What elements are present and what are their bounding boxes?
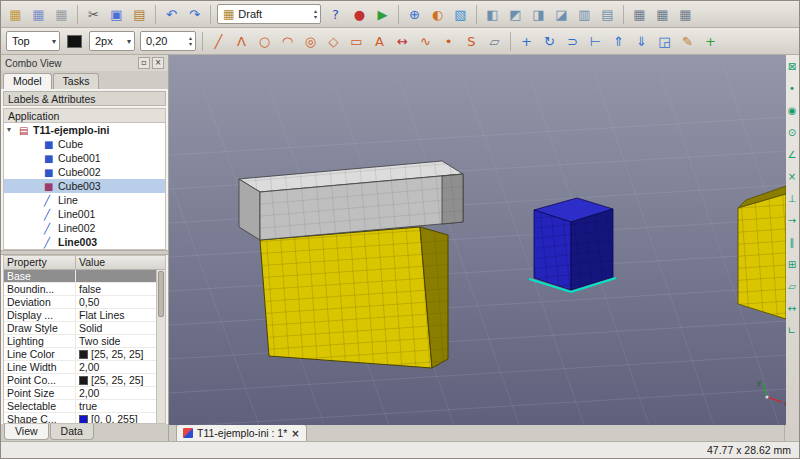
draft-arc-button[interactable]: ◠ [276,30,299,53]
macro-execute-button[interactable]: ▶ [371,3,394,26]
snap-lock-button[interactable]: ⊠ [786,60,799,73]
draft-point-button[interactable]: • [437,30,460,53]
snap-perpendicular-button[interactable]: ⊥ [786,192,799,205]
expander-arrow-icon[interactable]: ▾ [7,123,16,137]
property-row[interactable]: Shape C... [0, 0, 255] [4,413,156,424]
new-document-button[interactable]: ▦ [4,3,27,26]
property-row[interactable]: Deviation 0,50 [4,296,156,309]
tree-item[interactable]: ╱ Line [4,193,165,207]
tab-tasks[interactable]: Tasks [53,73,100,89]
property-row[interactable]: Selectable true [4,400,156,413]
scrollbar[interactable] [156,270,165,423]
iso-view-button[interactable]: ▦ [628,3,651,26]
tree-item[interactable]: ╱ Line003 [4,235,165,249]
property-row[interactable]: Line Width 2,00 [4,361,156,374]
tree-item[interactable]: ■ Cube003 [4,179,165,193]
blue-cube-object[interactable] [534,198,613,290]
draft-facebinder-button[interactable]: ▱ [483,30,506,53]
property-row[interactable]: Base [4,270,156,283]
open-document-button[interactable]: ▦ [27,3,50,26]
draft-rectangle-button[interactable]: ▭ [345,30,368,53]
draft-move-button[interactable]: + [515,30,538,53]
tree-item[interactable]: ■ Cube [4,137,165,151]
property-row[interactable]: Line Color [25, 25, 25] [4,348,156,361]
viewport-3d[interactable]: x y [169,55,784,423]
float-panel-button[interactable]: ▫ [138,57,150,69]
draft-circle-button[interactable]: ○ [253,30,276,53]
undo-button[interactable]: ↶ [160,3,183,26]
tree-item[interactable]: ■ Cube002 [4,165,165,179]
draft-scale-button[interactable]: ◲ [653,30,676,53]
cut-button[interactable]: ✂ [82,3,105,26]
draft-polygon-button[interactable]: ◇ [322,30,345,53]
paste-button[interactable]: ▤ [128,3,151,26]
rear-view-button[interactable]: ◪ [550,3,573,26]
document-tab[interactable]: T11-ejemplo-ini : 1* × [176,424,307,441]
draw-style-button[interactable]: ◐ [426,3,449,26]
draft-ellipse-button[interactable]: ◎ [299,30,322,53]
3d-scene[interactable]: x y [169,55,786,425]
spin-down-icon[interactable]: ▾ [189,41,192,47]
draft-line-button[interactable]: ╱ [207,30,230,53]
dimetric-view-button[interactable]: ▦ [651,3,674,26]
yellow-cube-right-object[interactable] [738,186,786,319]
left-view-button[interactable]: ▤ [596,3,619,26]
tree-item[interactable]: ╱ Line002 [4,221,165,235]
tab-model[interactable]: Model [3,73,52,89]
top-view-button[interactable]: ◩ [504,3,527,26]
workbench-spinner[interactable]: ▴▾ [314,8,317,20]
snap-center-button[interactable]: ⊙ [786,126,799,139]
workingplane-selector[interactable]: Top ▾ [6,31,60,51]
draft-offset-button[interactable]: ⊃ [561,30,584,53]
tab-data[interactable]: Data [50,424,94,440]
snap-spinner[interactable]: ▴▾ [189,35,192,47]
trimetric-view-button[interactable]: ▦ [674,3,697,26]
property-row[interactable]: Display ... Flat Lines [4,309,156,322]
draft-text-button[interactable]: A [368,30,391,53]
spin-down-icon[interactable]: ▾ [314,14,317,20]
snap-spinbox[interactable]: 0,20 ▴▾ [140,31,196,51]
draft-downgrade-button[interactable]: ⇓ [630,30,653,53]
axonometric-view-button[interactable]: ▧ [449,3,472,26]
snap-midpoint-button[interactable]: ◉ [786,104,799,117]
draft-wire-button[interactable]: Λ [230,30,253,53]
draft-dimension-button[interactable]: ↔ [391,30,414,53]
property-row[interactable]: Boundin... false [4,283,156,296]
draft-edit-button[interactable]: ✎ [676,30,699,53]
snap-endpoint-button[interactable]: • [786,82,799,95]
draft-addpoint-button[interactable]: + [699,30,722,53]
snap-workingplane-button[interactable]: ▱ [786,280,799,293]
snap-extension-button[interactable]: → [786,214,799,227]
linewidth-selector[interactable]: 2px ▾ [89,31,135,51]
right-view-button[interactable]: ◨ [527,3,550,26]
snap-dimensions-button[interactable]: ↔ [786,302,799,315]
snap-intersection-button[interactable]: × [786,170,799,183]
tree-item[interactable]: ■ Cube001 [4,151,165,165]
front-view-button[interactable]: ◧ [481,3,504,26]
value-column-header[interactable]: Value [76,256,165,269]
snap-parallel-button[interactable]: ∥ [786,236,799,249]
draft-upgrade-button[interactable]: ⇑ [607,30,630,53]
scrollbar-thumb[interactable] [158,271,164,317]
redo-button[interactable]: ↷ [183,3,206,26]
macro-record-button[interactable]: ● [348,3,371,26]
snap-ortho-button[interactable]: ∟ [786,324,799,337]
tree-item[interactable]: ▾ ▤ T11-ejemplo-ini [4,123,165,137]
zoom-fit-button[interactable]: ⊕ [403,3,426,26]
line-color-button[interactable] [63,30,86,53]
close-panel-button[interactable]: × [152,57,164,69]
snap-angle-button[interactable]: ∠ [786,148,799,161]
tab-view[interactable]: View [4,424,49,440]
property-row[interactable]: Draw Style Solid [4,322,156,335]
workbench-selector[interactable]: ▦ Draft ▴▾ [217,4,321,24]
draft-bspline-button[interactable]: ∿ [414,30,437,53]
yellow-cube-object[interactable] [260,227,448,368]
property-column-header[interactable]: Property [4,256,76,269]
tree-item[interactable]: ╱ Line001 [4,207,165,221]
draft-trimex-button[interactable]: ⊢ [584,30,607,53]
property-row[interactable]: Point Size 2,00 [4,387,156,400]
copy-button[interactable]: ▣ [105,3,128,26]
draft-rotate-button[interactable]: ↻ [538,30,561,53]
draft-shapestring-button[interactable]: S [460,30,483,53]
property-row[interactable]: Point Co... [25, 25, 25] [4,374,156,387]
